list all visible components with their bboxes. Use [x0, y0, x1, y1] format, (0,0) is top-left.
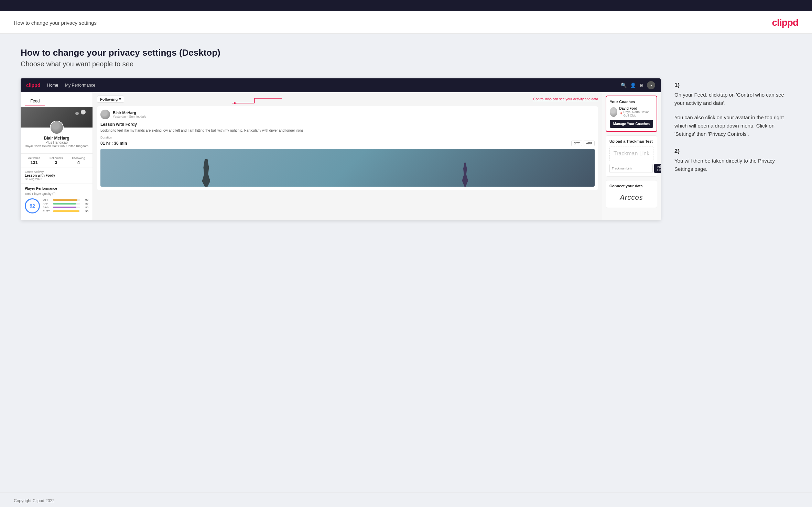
profile-avatar: [50, 121, 64, 134]
logo: clippd: [772, 17, 798, 28]
badge-ott: OTT: [571, 141, 582, 146]
nav-my-performance[interactable]: My Performance: [65, 83, 95, 88]
app-nav: clippd Home My Performance 🔍 👤 ⊕ ▾: [21, 78, 661, 92]
instruction-2-number: 2): [674, 148, 791, 155]
feed-header: Following ▾ Control who can see your act…: [97, 96, 598, 103]
player-performance: Player Performance Total Player Quality …: [21, 184, 93, 216]
info-icon: ⓘ: [52, 192, 55, 196]
footer: Copyright Clippd 2022: [0, 493, 812, 507]
trackman-input[interactable]: [609, 164, 653, 173]
instruction-1-text: On your Feed, click/tap on 'Control who …: [674, 91, 791, 107]
page-subheading: Choose what you want people to see: [21, 60, 791, 68]
app-screenshot: clippd Home My Performance 🔍 👤 ⊕ ▾: [21, 78, 661, 220]
latest-date: 03 Aug 2022: [25, 177, 88, 181]
activity-card: Blair McHarg Yesterday · Sunningdale Les…: [97, 106, 598, 190]
connect-widget-title: Connect your data: [609, 184, 653, 188]
stat-following: Following 4: [72, 156, 85, 165]
stat-followers-value: 3: [50, 160, 63, 165]
tpq-row: 92 OTT 90 APP: [25, 198, 88, 213]
user-icon[interactable]: 👤: [630, 82, 636, 88]
instruction-1-extra: You can also click on your avatar in the…: [674, 113, 791, 138]
profile-club: Royal North Devon Golf Club, United King…: [21, 144, 93, 148]
pp-title: Player Performance: [25, 187, 88, 190]
app-sidebar: Feed Blair McHarg: [21, 92, 93, 220]
search-icon[interactable]: 🔍: [621, 82, 627, 88]
manage-coaches-button[interactable]: Manage Your Coaches: [610, 120, 653, 128]
duration-row: 01 hr : 30 min OTT APP: [100, 141, 595, 146]
tpq-label: Total Player Quality ⓘ: [25, 192, 88, 196]
header: How to change your privacy settings clip…: [0, 11, 812, 34]
app-logo: clippd: [26, 82, 40, 88]
coach-club: 📍 Royal North Devon Golf Club: [619, 110, 653, 117]
feed-tab[interactable]: Feed: [25, 97, 45, 106]
breadcrumb: How to change your privacy settings: [14, 20, 97, 26]
instruction-2: 2) You will then be taken directly to th…: [674, 148, 791, 173]
coach-row: David Ford 📍 Royal North Devon Golf Club: [610, 107, 653, 117]
instruction-1: 1) On your Feed, click/tap on 'Control w…: [674, 82, 791, 138]
coach-avatar: [610, 107, 617, 117]
coach-name: David Ford: [619, 107, 653, 110]
content-layout: clippd Home My Performance 🔍 👤 ⊕ ▾: [21, 78, 791, 220]
app-body: Feed Blair McHarg: [21, 92, 661, 220]
stat-following-label: Following: [72, 156, 85, 160]
location-icon: 📍: [619, 112, 623, 115]
page-heading: How to change your privacy settings (Des…: [21, 47, 791, 58]
bar-putt: PUTT 96: [43, 210, 88, 213]
profile-stats: Activities 131 Followers 3 Following 4: [21, 153, 93, 165]
control-privacy-link[interactable]: Control who can see your activity and da…: [533, 97, 598, 101]
trackman-placeholder: Trackman Link: [609, 146, 653, 161]
stat-activities-value: 131: [28, 160, 40, 165]
tpq-score: 92: [25, 198, 40, 213]
stat-followers: Followers 3: [50, 156, 63, 165]
app-right-sidebar: Your Coaches David Ford 📍 Royal North De…: [602, 92, 661, 220]
app-main: Following ▾ Control who can see your act…: [93, 92, 602, 220]
activity-title: Lesson with Fordy: [100, 122, 595, 127]
profile-name: Blair McHarg: [21, 136, 93, 141]
bar-app: APP 85: [43, 202, 88, 205]
arccos-logo: Arccos: [609, 191, 653, 204]
activity-image: [100, 149, 595, 187]
coaches-widget-title: Your Coaches: [610, 100, 653, 104]
avatar-chevron: ▾: [650, 84, 652, 87]
latest-activity: Latest Activity Lesson with Fordy 03 Aug…: [21, 167, 93, 184]
bar-arg: ARG 86: [43, 206, 88, 209]
stat-activities-label: Activities: [28, 156, 40, 160]
golfer-silhouette-1: [199, 159, 213, 187]
instruction-1-number: 1): [674, 82, 791, 89]
avatar[interactable]: ▾: [647, 81, 655, 89]
nav-home[interactable]: Home: [47, 83, 58, 88]
stat-followers-label: Followers: [50, 156, 63, 160]
app-nav-right: 🔍 👤 ⊕ ▾: [621, 81, 655, 89]
latest-name: Lesson with Fordy: [25, 174, 88, 177]
main-content: How to change your privacy settings (Des…: [0, 34, 812, 493]
chevron-down-icon: ▾: [119, 97, 121, 101]
add-link-button[interactable]: Add Link: [654, 164, 661, 173]
activity-avatar: [100, 110, 110, 119]
trackman-widget-title: Upload a Trackman Test: [609, 139, 653, 143]
instructions: 1) On your Feed, click/tap on 'Control w…: [674, 78, 791, 183]
golfer-silhouette-2: [459, 163, 471, 187]
add-icon[interactable]: ⊕: [639, 82, 643, 88]
badge-row: OTT APP: [571, 141, 595, 146]
following-button[interactable]: Following ▾: [97, 96, 124, 103]
duration-label: Duration: [100, 136, 595, 139]
stat-following-value: 4: [72, 160, 85, 165]
connect-widget: Connect your data Arccos: [606, 180, 657, 208]
activity-user-row: Blair McHarg Yesterday · Sunningdale: [100, 110, 595, 119]
instruction-2-text: You will then be taken directly to the P…: [674, 157, 791, 173]
tpq-bars: OTT 90 APP: [43, 198, 88, 213]
bar-ott: OTT 90: [43, 198, 88, 201]
stat-activities: Activities 131: [28, 156, 40, 165]
copyright: Copyright Clippd 2022: [14, 498, 55, 503]
coach-info: David Ford 📍 Royal North Devon Golf Club: [619, 107, 653, 117]
latest-label: Latest Activity: [25, 170, 88, 174]
top-bar: [0, 0, 812, 11]
duration-value: 01 hr : 30 min: [100, 141, 127, 146]
activity-user-info: Blair McHarg Yesterday · Sunningdale: [113, 111, 146, 118]
profile-handicap: Plus Handicap: [21, 141, 93, 144]
trackman-input-row: Add Link: [609, 164, 653, 173]
activity-desc: Looking to feel like my hands are exitin…: [100, 128, 595, 133]
badge-app: APP: [584, 141, 595, 146]
activity-user-loc: Yesterday · Sunningdale: [113, 115, 146, 118]
trackman-widget: Upload a Trackman Test Trackman Link Add…: [606, 135, 657, 177]
